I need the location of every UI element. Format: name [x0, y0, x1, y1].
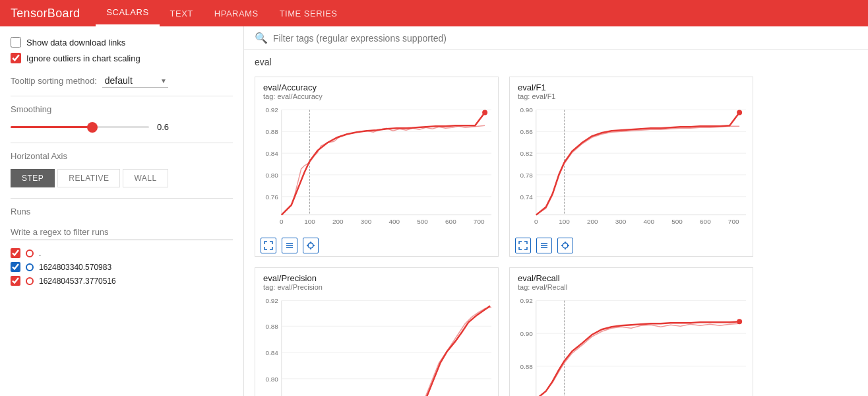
nav-hparams[interactable]: HPARAMS [204, 0, 269, 26]
charts-grid: eval/Accuracy tag: eval/Accuracy [244, 71, 868, 396]
run-dot-circle [26, 249, 34, 257]
svg-text:100: 100 [304, 218, 315, 225]
show-download-checkbox[interactable] [11, 37, 21, 48]
chart-f1-footer [510, 235, 753, 256]
svg-point-51 [737, 110, 742, 115]
nav-time-series[interactable]: TIME SERIES [269, 0, 348, 26]
tooltip-sort-select[interactable]: default ascending descending nearest [102, 74, 168, 88]
run-2-circle [26, 277, 34, 285]
chart-f1-header: eval/F1 tag: eval/F1 [510, 77, 753, 103]
svg-text:0: 0 [534, 218, 538, 225]
chart-accuracy-area: 0.92 0.88 0.84 0.80 0.76 0 100 200 300 4… [255, 103, 498, 235]
haxis-step-btn[interactable]: STEP [11, 169, 55, 187]
run-1-circle [26, 263, 34, 271]
svg-text:0.82: 0.82 [520, 150, 533, 157]
chart-precision-title: eval/Precision [263, 273, 490, 283]
chart-accuracy-lines-btn[interactable] [282, 238, 297, 253]
brand-logo: TensorBoard [11, 7, 80, 20]
nav-text[interactable]: TEXT [160, 0, 204, 26]
chart-accuracy-title: eval/Accuracy [263, 82, 490, 92]
chart-recall: eval/Recall tag: eval/Recall 0.92 0.90 0… [509, 267, 753, 396]
chart-f1: eval/F1 tag: eval/F1 0.90 0.86 0.8 [509, 77, 753, 257]
horizontal-axis-section: Horizontal Axis STEP RELATIVE WALL [11, 151, 233, 187]
run-item-2: 1624804537.3770516 [11, 276, 233, 286]
runs-section: Runs . 1624803340.570983 1624804537.3770… [11, 207, 233, 286]
chart-f1-crosshair-btn[interactable] [557, 238, 573, 253]
svg-text:400: 400 [644, 218, 655, 225]
run-1-checkbox[interactable] [11, 262, 20, 272]
svg-text:300: 300 [615, 218, 627, 225]
chart-recall-header: eval/Recall tag: eval/Recall [510, 268, 753, 294]
svg-text:0.74: 0.74 [520, 193, 533, 201]
run-2-checkbox[interactable] [11, 276, 20, 286]
divider-2 [11, 143, 233, 143]
svg-text:0.86: 0.86 [520, 128, 533, 135]
svg-text:600: 600 [445, 218, 456, 225]
chart-recall-tag: tag: eval/Recall [518, 283, 745, 291]
tooltip-sort-label: Tooltip sorting method: [11, 76, 97, 86]
search-icon: 🔍 [255, 32, 268, 44]
chart-f1-tag: tag: eval/F1 [518, 92, 745, 100]
chart-recall-svg: 0.92 0.90 0.88 0 100 200 300 400 500 600… [510, 294, 753, 396]
run-2-label: 1624804537.3770516 [39, 277, 116, 286]
horizontal-axis-title: Horizontal Axis [11, 151, 233, 161]
chart-precision-tag: tag: eval/Precision [263, 283, 490, 291]
svg-text:100: 100 [559, 218, 570, 225]
chart-accuracy-footer [255, 235, 498, 256]
run-dot-checkbox[interactable] [11, 248, 20, 258]
search-input[interactable] [273, 33, 857, 44]
chart-accuracy-expand-btn[interactable] [261, 238, 276, 253]
svg-point-55 [563, 243, 568, 248]
svg-point-21 [482, 110, 487, 115]
chart-precision-header: eval/Precision tag: eval/Precision [255, 268, 498, 294]
run-dot-label: . [39, 249, 41, 258]
chart-f1-lines-btn[interactable] [536, 238, 552, 253]
ignore-outliers-row[interactable]: Ignore outliers in chart scaling [11, 53, 233, 63]
haxis-buttons: STEP RELATIVE WALL [11, 169, 233, 187]
haxis-relative-btn[interactable]: RELATIVE [57, 169, 120, 187]
chart-f1-svg: 0.90 0.86 0.82 0.78 0.74 0 100 200 300 4… [510, 103, 753, 235]
svg-text:0.90: 0.90 [520, 330, 533, 337]
ignore-outliers-checkbox[interactable] [11, 53, 21, 63]
svg-text:0.90: 0.90 [520, 106, 533, 114]
run-item-dot: . [11, 248, 233, 258]
svg-text:200: 200 [332, 218, 344, 225]
main-layout: Show data download links Ignore outliers… [0, 26, 868, 396]
smoothing-value: 0.6 [157, 122, 177, 132]
svg-text:700: 700 [474, 218, 485, 225]
svg-text:200: 200 [587, 218, 598, 225]
chart-recall-title: eval/Recall [518, 273, 745, 283]
chart-precision-area: 0.92 0.88 0.84 0.80 0 100 [255, 294, 498, 396]
chart-recall-area: 0.92 0.90 0.88 0 100 200 300 400 500 600… [510, 294, 753, 396]
tooltip-select-wrapper: default ascending descending nearest ▼ [102, 74, 168, 88]
haxis-wall-btn[interactable]: WALL [123, 169, 168, 187]
svg-text:0.88: 0.88 [265, 323, 278, 330]
main-content: 🔍 eval eval/Accuracy tag: eval/Accuracy [244, 26, 868, 396]
show-download-row[interactable]: Show data download links [11, 37, 233, 48]
chart-accuracy: eval/Accuracy tag: eval/Accuracy [255, 77, 499, 257]
smoothing-title: Smoothing [11, 104, 233, 114]
svg-text:0.88: 0.88 [265, 128, 278, 135]
svg-text:0.80: 0.80 [265, 172, 278, 179]
smoothing-slider[interactable] [11, 126, 149, 128]
svg-text:0.92: 0.92 [520, 297, 533, 304]
nav-scalars[interactable]: SCALARS [96, 0, 159, 26]
runs-title: Runs [11, 207, 233, 216]
divider-1 [11, 96, 233, 96]
group-label-eval: eval [244, 50, 868, 71]
chart-accuracy-crosshair-btn[interactable] [303, 238, 319, 253]
svg-text:0.92: 0.92 [265, 106, 278, 114]
download-section: Show data download links Ignore outliers… [11, 37, 233, 63]
svg-text:300: 300 [361, 218, 372, 225]
divider-3 [11, 198, 233, 199]
search-bar: 🔍 [244, 26, 868, 50]
svg-text:0.84: 0.84 [265, 150, 278, 157]
svg-text:0.80: 0.80 [265, 376, 278, 383]
svg-text:500: 500 [671, 218, 683, 225]
svg-text:0.92: 0.92 [265, 297, 278, 304]
svg-text:0.84: 0.84 [265, 349, 278, 356]
chart-f1-expand-btn[interactable] [515, 238, 531, 253]
runs-filter-input[interactable] [11, 224, 233, 240]
chart-precision: eval/Precision tag: eval/Precision 0.92 … [255, 267, 499, 396]
run-item-1: 1624803340.570983 [11, 262, 233, 272]
